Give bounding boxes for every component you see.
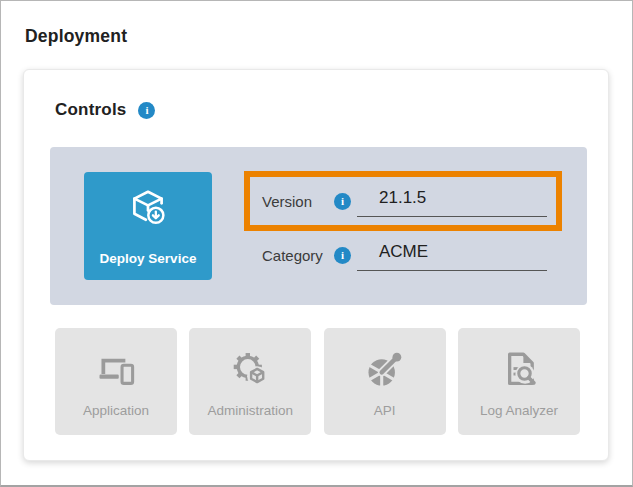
module-buttons-row: Application [55,328,580,435]
deploy-service-button[interactable]: Deploy Service [84,172,212,280]
api-label: API [374,403,396,418]
version-label: Version [262,193,326,210]
version-info-icon[interactable]: i [334,193,351,210]
controls-heading: Controls [55,100,126,120]
category-input[interactable]: ACME [357,239,547,271]
administration-label: Administration [208,403,294,418]
category-label: Category [262,247,326,264]
api-wheel-icon [363,346,407,393]
application-label: Application [83,403,149,418]
gear-cube-icon [228,346,272,393]
version-highlight-annotation: Version i 21.1.5 [244,171,562,231]
page-title: Deployment [25,26,127,47]
version-field: Version i 21.1.5 [250,177,556,225]
category-info-icon[interactable]: i [334,247,351,264]
api-button[interactable]: API [324,328,446,435]
deployment-card: Controls i [23,69,609,461]
log-analyzer-button[interactable]: Log Analyzer [458,328,580,435]
document-search-icon [497,346,541,393]
version-input[interactable]: 21.1.5 [357,185,547,217]
deploy-service-label: Deploy Service [100,251,197,266]
deploy-package-icon [125,185,171,234]
controls-header: Controls i [55,100,155,120]
controls-info-icon[interactable]: i [138,102,155,119]
administration-button[interactable]: Administration [189,328,311,435]
screenshot-frame: Deployment Controls i [0,0,633,487]
log-analyzer-label: Log Analyzer [480,403,558,418]
devices-icon [94,346,138,393]
application-button[interactable]: Application [55,328,177,435]
deploy-controls-panel: Deploy Service Version i 21.1.5 Category… [50,147,587,305]
category-field: Category i ACME [250,235,562,275]
